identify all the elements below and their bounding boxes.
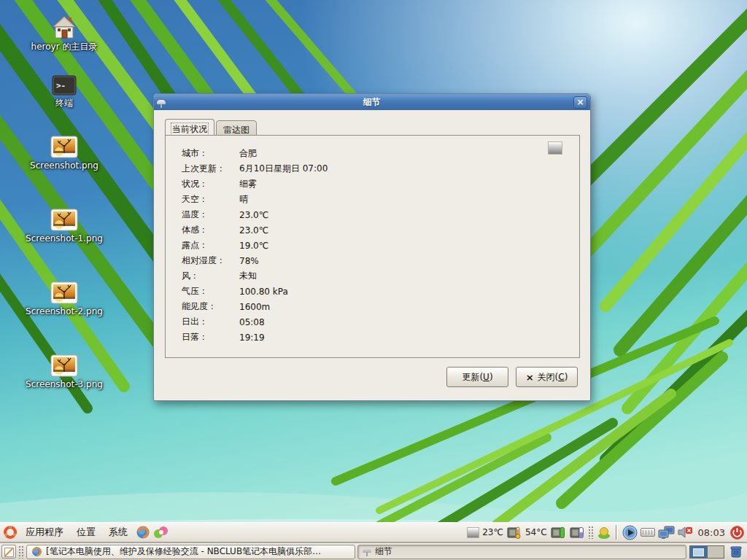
volume-muted-icon[interactable] (678, 526, 693, 539)
detail-row-sunrise: 日出：05:08 (182, 314, 328, 330)
home-icon (51, 15, 77, 39)
close-x-icon: × (526, 372, 534, 383)
desktop-icon-terminal[interactable]: >- 终端 (21, 75, 107, 108)
weather-details-dialog: 细节 × 当前状况 雷达图 城市：合肥 上次更新：6月10日星期日 07:00 … (153, 93, 591, 401)
desktop-icon-screenshot[interactable]: Screenshot.png (21, 136, 107, 171)
workspace-switcher (689, 545, 724, 559)
detail-row-wind: 风：未知 (182, 268, 328, 284)
cpu-thermometer-icon[interactable] (506, 526, 522, 540)
panel-tray: 23℃ 54°C (467, 525, 744, 540)
weather-details-list: 城市：合肥 上次更新：6月10日星期日 07:00 状况：细雾 天空：晴 温度：… (182, 146, 328, 345)
task-button-weather-details[interactable]: 细节 (357, 545, 686, 559)
terminal-icon: >- (52, 75, 77, 96)
image-file-icon (50, 136, 78, 158)
notifier-icon[interactable] (597, 526, 611, 540)
dialog-titlebar[interactable]: 细节 × (154, 94, 590, 110)
media-play-icon[interactable] (622, 525, 638, 540)
detail-row-condition: 状况：细雾 (182, 176, 328, 192)
umbrella-icon (363, 548, 371, 556)
network-monitors-icon[interactable] (658, 526, 675, 540)
desktop-icon-screenshot-1[interactable]: Screenshot-1.png (21, 209, 107, 244)
trash-icon[interactable] (729, 545, 743, 559)
menu-places[interactable]: 位置 (71, 524, 101, 541)
weather-image-placeholder-icon (548, 141, 562, 155)
ambient-temp-label: 23℃ (482, 527, 503, 537)
workspace-2[interactable] (707, 546, 724, 558)
firefox-launcher-icon[interactable] (136, 525, 150, 540)
umbrella-icon (157, 97, 170, 107)
task-button-firefox[interactable]: [笔记本电脑使用、维护及保修经验交流 - NBCLUB笔记本电脑俱乐部… (26, 545, 355, 559)
close-button[interactable]: × 关闭(C) (516, 367, 578, 387)
detail-row-visibility: 能见度：1600m (182, 299, 328, 314)
sensor-blank-icon[interactable] (467, 527, 479, 538)
update-button[interactable]: 更新(U) (446, 367, 508, 387)
image-file-icon (50, 281, 78, 304)
task-title: [笔记本电脑使用、维护及保修经验交流 - NBCLUB笔记本电脑俱乐部… (46, 545, 350, 558)
firefox-icon (31, 546, 42, 557)
show-desktop-button[interactable] (1, 545, 16, 559)
clock-label[interactable]: 08:03 (696, 527, 727, 538)
task-title: 细节 (375, 545, 681, 558)
power-icon[interactable] (730, 526, 744, 540)
detail-row-dew-point: 露点：19.0℃ (182, 238, 328, 253)
paint-app-launcher-icon[interactable] (153, 525, 169, 540)
ubuntu-logo-icon[interactable] (3, 525, 18, 540)
desktop-icon-label: Screenshot.png (30, 160, 98, 171)
current-conditions-page: 城市：合肥 上次更新：6月10日星期日 07:00 状况：细雾 天空：晴 温度：… (165, 135, 580, 358)
image-file-icon (50, 209, 78, 231)
menu-applications[interactable]: 应用程序 (20, 524, 69, 541)
taskbar-drag-handle[interactable] (18, 545, 24, 559)
dialog-action-area: 更新(U) × 关闭(C) (446, 367, 578, 387)
tray-separator (616, 525, 618, 540)
desktop-icon-label: 终端 (55, 98, 73, 108)
desktop-icon-label: Screenshot-2.png (26, 306, 103, 316)
panel-menus: 应用程序 位置 系统 (3, 524, 169, 541)
cpu-temp-label: 54°C (525, 527, 547, 537)
desktop-icon-screenshot-2[interactable]: Screenshot-2.png (21, 281, 107, 316)
detail-row-last-update: 上次更新：6月10日星期日 07:00 (182, 161, 328, 176)
desktop-icon-label: Screenshot-3.png (26, 379, 103, 389)
close-icon[interactable]: × (573, 96, 587, 109)
gnome-panel: 应用程序 位置 系统 23℃ 54°C (0, 522, 747, 542)
window-list-taskbar: [笔记本电脑使用、维护及保修经验交流 - NBCLUB笔记本电脑俱乐部… 细节 (0, 542, 747, 560)
svg-text:>-: >- (56, 81, 66, 90)
tray-drag-handle[interactable] (588, 526, 594, 539)
cpu-freq-green-icon[interactable] (550, 526, 566, 540)
dialog-title: 细节 (170, 96, 573, 109)
image-file-icon (50, 354, 78, 377)
desktop-icon-label: Screenshot-1.png (26, 233, 103, 244)
workspace-1[interactable] (690, 546, 707, 558)
desktop-icon-home[interactable]: heroyr 的主目录 (21, 15, 107, 52)
keyboard-icon[interactable] (640, 528, 655, 537)
detail-row-sky: 天空：晴 (182, 192, 328, 207)
desktop-icon-screenshot-3[interactable]: Screenshot-3.png (21, 354, 107, 389)
detail-row-sunset: 日落：19:19 (182, 330, 328, 345)
detail-row-humidity: 相对湿度：78% (182, 253, 328, 268)
detail-row-city: 城市：合肥 (182, 146, 328, 161)
detail-row-temperature: 温度：23.0℃ (182, 207, 328, 222)
desktop-icon-label: heroyr 的主目录 (31, 42, 98, 52)
detail-row-feels-like: 体感：23.0℃ (182, 222, 328, 238)
detail-row-pressure: 气压：100.80 kPa (182, 284, 328, 299)
menu-system[interactable]: 系统 (104, 524, 133, 541)
cpu-freq-purple-icon[interactable] (569, 526, 585, 540)
